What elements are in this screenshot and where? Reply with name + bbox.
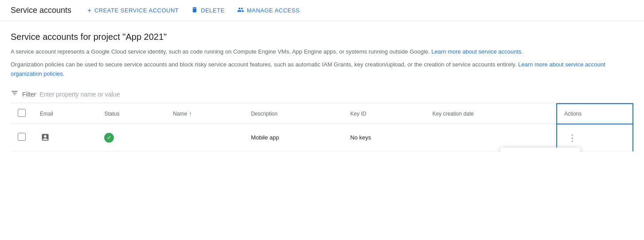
th-key-id: Key ID [343,104,425,124]
create-service-account-button[interactable]: + CREATE SERVICE ACCOUNT [82,3,184,18]
table-row: ✓ Mobile app No keys ⋮ [11,124,633,151]
th-name[interactable]: Name ↑ [166,104,244,124]
service-accounts-table: Email Status Name ↑ Description Key ID [11,103,633,151]
filter-icon [11,89,19,99]
th-key-creation-date: Key creation date [425,104,557,124]
th-actions: Actions [557,104,633,124]
manage-access-icon [237,6,244,15]
manage-details-item[interactable]: Manage details [500,151,580,151]
actions-menu-button[interactable]: ⋮ [564,130,580,146]
actions-dropdown-wrapper: ⋮ Manage details Manage permissions Mana… [564,130,580,146]
row-checkbox-cell [11,124,33,151]
filter-label: Filter [22,91,36,98]
delete-icon [191,6,198,15]
filter-bar: Filter [11,85,633,103]
select-all-checkbox[interactable] [18,109,26,117]
th-status: Status [97,104,166,124]
main-content: Service accounts for project "App 2021" … [0,21,644,151]
row-checkbox[interactable] [18,133,26,141]
service-account-icon [40,132,51,143]
plus-icon: + [87,7,92,15]
delete-button[interactable]: DELETE [186,3,230,19]
project-title: Service accounts for project "App 2021" [11,32,633,42]
header-actions: + CREATE SERVICE ACCOUNT DELETE MANAGE A… [82,3,305,19]
row-status-cell: ✓ [97,124,166,151]
th-description: Description [244,104,343,124]
row-key-id-cell: No keys [343,124,425,151]
status-ok-icon: ✓ [104,133,114,143]
row-email-cell [33,124,97,151]
row-name-cell [166,124,244,151]
row-actions-cell: ⋮ Manage details Manage permissions Mana… [557,124,633,151]
th-email: Email [33,104,97,124]
row-description-cell: Mobile app [244,124,343,151]
filter-input[interactable] [39,91,633,98]
description-2: Organization policies can be used to sec… [11,60,633,79]
th-select-all [11,104,33,124]
page-title: Service accounts [11,6,71,15]
learn-more-accounts-link[interactable]: Learn more about service accounts. [431,48,523,55]
manage-access-button[interactable]: MANAGE ACCESS [232,3,305,19]
page-header: Service accounts + CREATE SERVICE ACCOUN… [0,0,644,21]
actions-dropdown-menu: Manage details Manage permissions Manage… [500,147,580,151]
description-1: A service account represents a Google Cl… [11,47,633,57]
sort-icon: ↑ [189,110,192,117]
